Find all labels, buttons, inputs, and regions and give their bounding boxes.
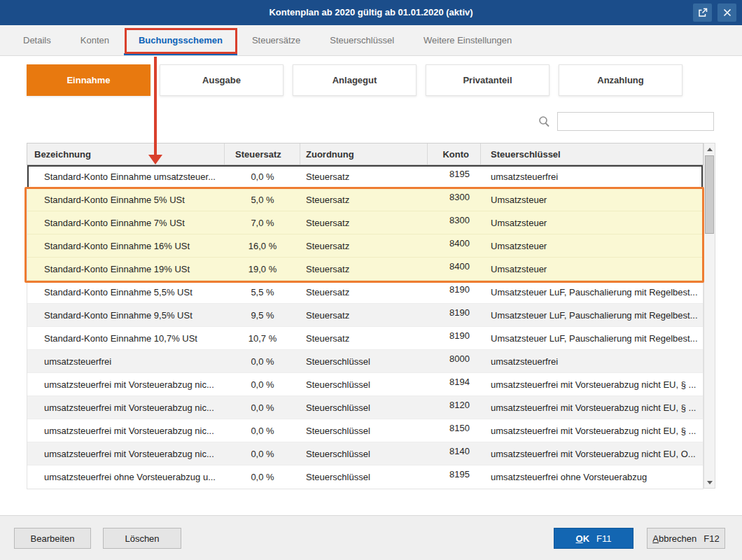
cell-zuordnung: Steuersatz [300,258,428,280]
close-icon [723,8,732,17]
cell-bezeichnung: umsatzsteuerfrei [27,350,225,372]
cell-zuordnung: Steuerschlüssel [300,373,428,396]
table-row[interactable]: Standard-Konto Einnahme 5% USt 5,0 % Ste… [27,188,703,211]
abbrechen-button[interactable]: AbbrechenF12 [647,528,725,549]
abbrechen-accel-label: A [652,533,659,544]
column-header-steuersatz[interactable]: Steuersatz [225,144,300,164]
privatanteil-button[interactable]: Privatanteil [426,64,550,96]
cell-bezeichnung: umsatzsteuerfrei ohne Vorsteuerabzug u..… [27,465,225,489]
tab-bar: Details Konten Buchungsschemen Steuersät… [0,25,742,56]
table-row[interactable]: umsatzsteuerfrei mit Vorsteuerabzug nic.… [27,442,703,465]
cell-steuerschluessel: umsatzsteuerfrei mit Vorsteuerabzug nich… [481,396,703,419]
loeschen-button[interactable]: Löschen [103,528,181,549]
cell-steuersatz: 0,0 % [225,419,300,442]
cell-steuersatz: 7,0 % [225,211,300,234]
cell-konto: 8150 [428,419,481,442]
table-row[interactable]: Standard-Konto Einnahme umsatzsteuer... … [27,165,703,188]
cell-konto: 8400 [428,234,481,257]
table-body: Standard-Konto Einnahme umsatzsteuer... … [27,165,704,489]
column-header-bezeichnung[interactable]: Bezeichnung [27,144,225,164]
dialog-window: Kontenplan ab 2020 gültig ab 01.01.2020 … [0,0,742,560]
anlagegut-button[interactable]: Anlagegut [293,64,416,96]
abbrechen-fkey-label: F12 [704,533,719,544]
search-input[interactable] [557,112,714,131]
cell-steuerschluessel: umsatzsteuerfrei ohne Vorsteuerabzug [481,465,703,489]
table-row[interactable]: Standard-Konto Einnahme 16% USt 16,0 % S… [27,234,703,258]
cell-steuerschluessel: umsatzsteuerfrei [481,350,703,372]
cell-steuersatz: 0,0 % [225,396,300,419]
close-button[interactable] [718,4,736,22]
table-row[interactable]: Standard-Konto Einnahme 7% USt 7,0 % Ste… [27,211,703,234]
search-icon [537,115,551,129]
table-row[interactable]: umsatzsteuerfrei ohne Vorsteuerabzug u..… [27,465,703,489]
cell-zuordnung: Steuerschlüssel [300,419,428,442]
popout-icon [698,8,708,18]
scheme-button-row: Einnahme Ausgabe Anlagegut Privatanteil … [27,64,682,96]
ok-button[interactable]: OKF11 [554,528,634,549]
window-title: Kontenplan ab 2020 gültig ab 01.01.2020 … [0,0,742,25]
cell-bezeichnung: umsatzsteuerfrei mit Vorsteuerabzug nic.… [27,373,225,396]
cell-steuersatz: 16,0 % [225,234,300,257]
cell-zuordnung: Steuersatz [300,304,428,326]
cell-bezeichnung: Standard-Konto Einnahme 7% USt [27,211,225,234]
cell-zuordnung: Steuersatz [300,327,428,349]
cell-zuordnung: Steuersatz [300,188,428,211]
cell-steuersatz: 0,0 % [225,373,300,396]
scroll-up-button[interactable] [704,144,715,155]
cell-konto: 8190 [428,281,481,303]
cell-konto: 8300 [428,188,481,211]
table-row[interactable]: Standard-Konto Einnahme 5,5% USt 5,5 % S… [27,281,703,304]
anzahlung-button[interactable]: Anzahlung [559,64,682,96]
cell-konto: 8400 [428,258,481,280]
triangle-up-icon [707,148,713,151]
table-row[interactable]: umsatzsteuerfrei mit Vorsteuerabzug nic.… [27,396,703,419]
table-row[interactable]: Standard-Konto Einnahme 9,5% USt 9,5 % S… [27,304,703,327]
cell-steuersatz: 0,0 % [225,465,300,489]
cell-konto: 8120 [428,396,481,419]
tab-steuerschluessel[interactable]: Steuerschlüssel [315,25,409,55]
cell-zuordnung: Steuersatz [300,234,428,257]
scroll-down-button[interactable] [704,477,715,488]
abbrechen-label: bbrechen [659,533,696,544]
titlebar-buttons [693,4,736,22]
cell-steuersatz: 9,5 % [225,304,300,326]
cell-steuerschluessel: umsatzsteuerfrei mit Vorsteuerabzug nich… [481,419,703,442]
table-row[interactable]: umsatzsteuerfrei mit Vorsteuerabzug nic.… [27,373,703,396]
cell-bezeichnung: Standard-Konto Einnahme 10,7% USt [27,327,225,349]
cell-bezeichnung: Standard-Konto Einnahme 19% USt [27,258,225,280]
cell-steuerschluessel: Umsatzsteuer LuF, Pauschalierung mit Reg… [481,327,703,349]
scrollbar-thumb[interactable] [705,155,714,234]
footer-bar: Bearbeiten Löschen OKF11 AbbrechenF12 [0,515,742,560]
cell-steuerschluessel: umsatzsteuerfrei mit Vorsteuerabzug nich… [481,373,703,396]
cell-steuersatz: 0,0 % [225,350,300,372]
column-header-zuordnung[interactable]: Zuordnung [300,144,428,164]
table-row[interactable]: umsatzsteuerfrei mit Vorsteuerabzug nic.… [27,419,703,442]
cell-bezeichnung: umsatzsteuerfrei mit Vorsteuerabzug nic.… [27,442,225,465]
cell-steuersatz: 0,0 % [225,165,300,188]
tab-konten[interactable]: Konten [66,25,124,55]
cell-konto: 8300 [428,211,481,234]
titlebar: Kontenplan ab 2020 gültig ab 01.01.2020 … [0,0,742,25]
vertical-scrollbar[interactable] [704,143,715,489]
table-row[interactable]: umsatzsteuerfrei 0,0 % Steuerschlüssel 8… [27,350,703,373]
cell-zuordnung: Steuerschlüssel [300,465,428,489]
ausgabe-button[interactable]: Ausgabe [160,64,284,96]
column-header-steuerschluessel[interactable]: Steuerschlüssel [481,144,703,164]
popout-button[interactable] [693,4,712,22]
table-row[interactable]: Standard-Konto Einnahme 19% USt 19,0 % S… [27,258,703,281]
column-header-konto[interactable]: Konto [428,144,481,164]
cell-konto: 8195 [428,465,481,489]
table-row[interactable]: Standard-Konto Einnahme 10,7% USt 10,7 %… [27,327,703,350]
tab-steuersaetze[interactable]: Steuersätze [237,25,315,55]
cell-zuordnung: Steuerschlüssel [300,442,428,465]
table-header: Bezeichnung Steuersatz Zuordnung Konto S… [27,143,704,165]
tab-details[interactable]: Details [8,25,66,55]
ok-accel-label: O [576,533,583,544]
bearbeiten-button[interactable]: Bearbeiten [14,528,91,549]
cell-konto: 8190 [428,327,481,349]
tab-weitere-einstellungen[interactable]: Weitere Einstellungen [409,25,526,55]
tab-buchungsschemen[interactable]: Buchungsschemen [124,25,237,55]
einnahme-button[interactable]: Einnahme [27,64,150,96]
cell-zuordnung: Steuersatz [300,281,428,303]
cell-konto: 8194 [428,373,481,396]
